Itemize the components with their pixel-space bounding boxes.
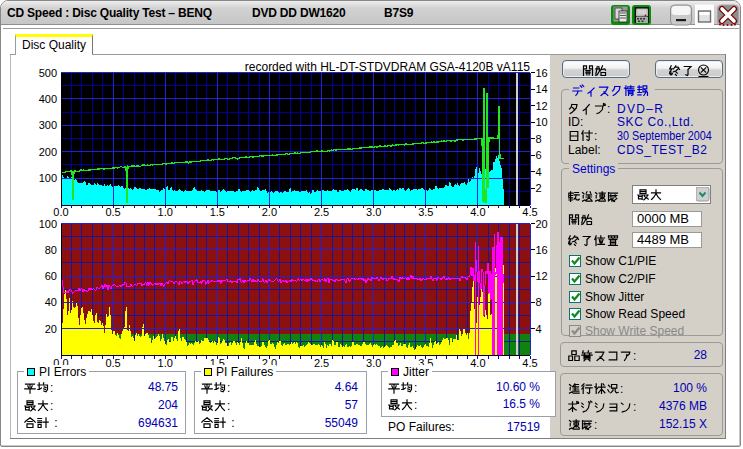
svg-text:recorded with HL-DT-STDVDRAM G: recorded with HL-DT-STDVDRAM GSA-4120B v… bbox=[245, 60, 531, 74]
svg-text:20: 20 bbox=[45, 323, 57, 335]
svg-text::: : bbox=[594, 418, 597, 432]
svg-text::: : bbox=[414, 398, 417, 412]
svg-text:8: 8 bbox=[536, 296, 542, 308]
svg-text:14: 14 bbox=[536, 83, 548, 95]
svg-text:100: 100 bbox=[39, 172, 57, 184]
svg-text::: : bbox=[414, 381, 417, 395]
svg-text::: : bbox=[607, 102, 610, 116]
svg-text:3.5: 3.5 bbox=[418, 206, 433, 218]
svg-text:16: 16 bbox=[536, 244, 548, 256]
svg-text::: : bbox=[231, 416, 234, 430]
svg-text:2.0: 2.0 bbox=[262, 206, 277, 218]
svg-text:60: 60 bbox=[45, 270, 57, 282]
svg-text:3.0: 3.0 bbox=[366, 206, 381, 218]
svg-text:1.0: 1.0 bbox=[158, 357, 173, 369]
svg-text:12: 12 bbox=[536, 100, 548, 112]
svg-text:0.5: 0.5 bbox=[105, 206, 120, 218]
svg-text:2.5: 2.5 bbox=[314, 357, 329, 369]
svg-text::: : bbox=[633, 349, 636, 363]
svg-text:500: 500 bbox=[39, 67, 57, 79]
svg-text:4.0: 4.0 bbox=[470, 206, 485, 218]
svg-text:6: 6 bbox=[536, 149, 542, 161]
svg-text::: : bbox=[50, 381, 53, 395]
svg-text:4: 4 bbox=[536, 166, 542, 178]
svg-text:0.5: 0.5 bbox=[105, 357, 120, 369]
svg-text:400: 400 bbox=[39, 93, 57, 105]
svg-text:4.5: 4.5 bbox=[522, 357, 537, 369]
svg-text:40: 40 bbox=[45, 296, 57, 308]
svg-text:4: 4 bbox=[536, 323, 542, 335]
svg-text:100: 100 bbox=[39, 218, 57, 230]
svg-text:12: 12 bbox=[536, 270, 548, 282]
svg-text:4.0: 4.0 bbox=[470, 357, 485, 369]
svg-text:2.5: 2.5 bbox=[314, 206, 329, 218]
svg-text::: : bbox=[50, 399, 53, 413]
svg-text::: : bbox=[54, 416, 57, 430]
svg-text:10: 10 bbox=[536, 116, 548, 128]
svg-text:300: 300 bbox=[39, 119, 57, 131]
svg-text::: : bbox=[227, 399, 230, 413]
svg-text:16: 16 bbox=[536, 67, 548, 79]
svg-text:2: 2 bbox=[536, 182, 542, 194]
svg-text:4.5: 4.5 bbox=[522, 206, 537, 218]
svg-text::: : bbox=[227, 381, 230, 395]
svg-text:3.0: 3.0 bbox=[366, 357, 381, 369]
svg-text:200: 200 bbox=[39, 146, 57, 158]
svg-text:80: 80 bbox=[45, 244, 57, 256]
svg-text::: : bbox=[594, 129, 597, 143]
svg-text:20: 20 bbox=[536, 218, 548, 230]
svg-text:1.5: 1.5 bbox=[210, 206, 225, 218]
svg-text:8: 8 bbox=[536, 133, 542, 145]
svg-text:0.0: 0.0 bbox=[53, 206, 68, 218]
svg-text:1.0: 1.0 bbox=[158, 206, 173, 218]
